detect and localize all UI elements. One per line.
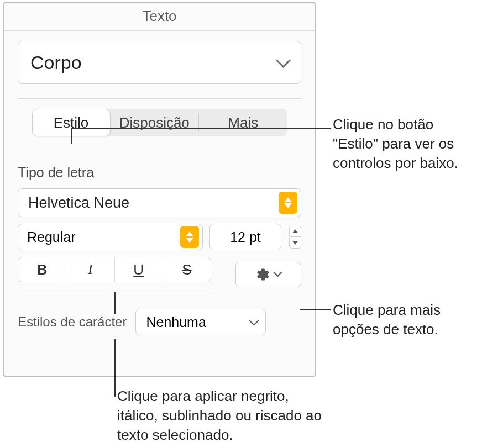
strikethrough-button[interactable]: S bbox=[163, 257, 211, 282]
bold-button[interactable]: B bbox=[18, 257, 66, 282]
tabs: Estilo Disposição Mais bbox=[32, 109, 287, 136]
character-styles-value: Nenhuma bbox=[146, 314, 206, 330]
stepper-down[interactable] bbox=[289, 238, 301, 249]
tab-more[interactable]: Mais bbox=[199, 109, 287, 136]
callout-leader bbox=[114, 339, 116, 397]
callout-leader bbox=[71, 128, 331, 129]
gear-icon bbox=[256, 267, 270, 282]
font-family-value: Helvetica Neue bbox=[28, 194, 129, 212]
text-style-group: B I U S bbox=[18, 257, 211, 282]
character-styles-label: Estilos de carácter bbox=[18, 314, 127, 330]
callout-bracket bbox=[18, 286, 211, 292]
font-section-label: Tipo de letra bbox=[18, 165, 301, 181]
font-weight-value: Regular bbox=[27, 229, 76, 245]
character-styles-dropdown[interactable]: Nenhuma bbox=[135, 309, 266, 335]
divider bbox=[18, 151, 301, 151]
dropdown-arrows-icon bbox=[279, 192, 297, 214]
panel-body: Corpo Estilo Disposição Mais Tipo de let… bbox=[4, 31, 315, 347]
underline-button[interactable]: U bbox=[115, 257, 163, 282]
chevron-down-icon bbox=[278, 52, 289, 73]
dropdown-arrows-icon bbox=[180, 226, 199, 248]
callout-leader bbox=[300, 309, 331, 310]
text-inspector-panel: Texto Corpo Estilo Disposição Mais Tipo … bbox=[3, 2, 316, 377]
font-size-field[interactable]: 12 pt bbox=[209, 224, 281, 250]
tab-layout[interactable]: Disposição bbox=[111, 109, 199, 136]
callout-bius: Clique para aplicar negrito, itálico, su… bbox=[117, 387, 327, 445]
stepper-up[interactable] bbox=[289, 226, 301, 237]
font-weight-dropdown[interactable]: Regular bbox=[18, 224, 203, 250]
callout-style-tab: Clique no botão "Estilo" para ver os con… bbox=[333, 115, 476, 173]
italic-button[interactable]: I bbox=[66, 257, 114, 282]
chevron-down-icon bbox=[275, 270, 281, 280]
panel-title: Texto bbox=[4, 3, 315, 31]
callout-leader bbox=[71, 128, 72, 144]
callout-advanced: Clique para mais opções de texto. bbox=[333, 301, 476, 339]
chevron-down-icon bbox=[250, 314, 258, 330]
paragraph-style-value: Corpo bbox=[30, 52, 82, 73]
font-size-value: 12 pt bbox=[230, 229, 261, 245]
advanced-options-button[interactable] bbox=[235, 262, 301, 287]
divider bbox=[18, 98, 301, 99]
font-size-stepper[interactable] bbox=[289, 226, 301, 249]
font-family-dropdown[interactable]: Helvetica Neue bbox=[18, 188, 301, 217]
paragraph-style-dropdown[interactable]: Corpo bbox=[18, 41, 301, 84]
